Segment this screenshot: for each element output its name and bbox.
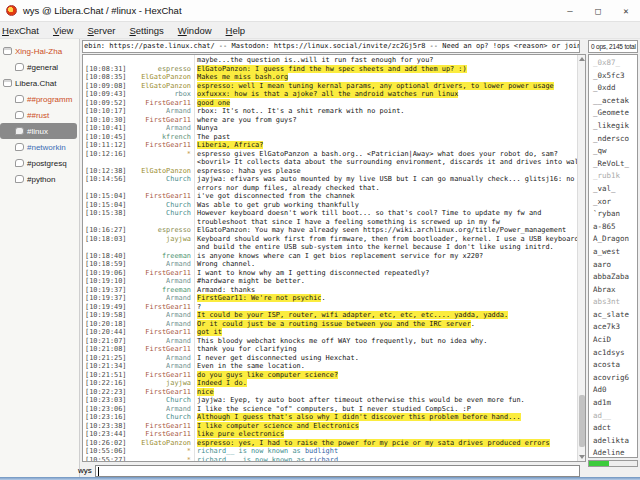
nick[interactable]: ElGatoPanzon <box>127 82 191 91</box>
nick[interactable]: ElGatoPanzon <box>127 439 191 448</box>
nick-item[interactable]: adct <box>589 422 637 435</box>
nick[interactable]: espresso <box>127 65 191 74</box>
nick[interactable]: FirstGear11 <box>127 99 191 108</box>
nick[interactable]: Armand <box>127 320 191 329</box>
tree-item-libera-chat[interactable]: Libera.Chat <box>0 75 79 91</box>
nick[interactable]: FirstGear11 <box>127 345 191 354</box>
menu-settings[interactable]: Settings <box>129 25 163 36</box>
tree-item--linux[interactable]: #linux <box>0 123 77 139</box>
nick[interactable]: ElGatoPanzon <box>127 73 191 82</box>
nick-item[interactable]: _qw <box>589 145 637 158</box>
nick-item[interactable]: ad__ <box>589 410 637 423</box>
nick-item[interactable]: AciD <box>589 334 637 347</box>
nick[interactable]: Armand <box>127 362 191 371</box>
maximize-button[interactable]: □ <box>584 0 612 22</box>
topic-input[interactable]: ebin: https://paste.linux.chat/ -- Masto… <box>82 40 580 53</box>
nick-item[interactable]: _ndersco <box>589 133 637 146</box>
nick[interactable]: rbox <box>127 90 191 99</box>
nick[interactable]: FirstGear11 <box>127 303 191 312</box>
nick-item[interactable]: a-865 <box>589 221 637 234</box>
tree-item--rust[interactable]: ##rust <box>0 107 79 123</box>
nick-item[interactable]: ace7k3 <box>589 321 637 334</box>
nick-item[interactable]: Abrax <box>589 284 637 297</box>
nick-item[interactable]: _0x87_ <box>589 57 637 70</box>
nick[interactable]: ElGatoPanzon <box>127 167 191 176</box>
nick-item[interactable]: _rub1k <box>589 170 637 183</box>
nick[interactable]: Armand <box>127 354 191 363</box>
nick[interactable]: FirstGear11 <box>127 141 191 150</box>
tree-item--python[interactable]: #python <box>0 171 79 187</box>
nick[interactable]: jayjwa <box>127 379 191 388</box>
chat-text-area[interactable]: maybe...the question is..will it run fas… <box>82 54 586 462</box>
menu-server[interactable]: Server <box>87 25 115 36</box>
nick[interactable]: Armand <box>127 405 191 414</box>
nick[interactable]: Armand <box>127 294 191 303</box>
nick[interactable]: Armand <box>127 311 191 320</box>
nick-item[interactable]: _ReVoLt_ <box>589 158 637 171</box>
nick-item[interactable]: _0xdd <box>589 82 637 95</box>
scroll-up-arrow-icon[interactable] <box>579 57 585 61</box>
nick-item[interactable]: _val_ <box>589 183 637 196</box>
nick[interactable]: FirstGear11 <box>127 422 191 431</box>
nick[interactable]: Armand <box>127 337 191 346</box>
nick[interactable]: FirstGear11 <box>127 269 191 278</box>
nick-item[interactable]: aaro <box>589 259 637 272</box>
nick-item[interactable]: ac_slate <box>589 309 637 322</box>
tree-item--programm[interactable]: ##programm <box>0 91 79 107</box>
nick[interactable]: freeman <box>127 286 191 295</box>
nick-item[interactable]: a_west <box>589 246 637 259</box>
nick[interactable]: FirstGear11 <box>127 192 191 201</box>
nick-item[interactable]: ac1dsys <box>589 347 637 360</box>
menu-window[interactable]: Window <box>178 25 212 36</box>
message-input[interactable] <box>95 465 580 477</box>
nick-link[interactable]: budlight <box>305 447 338 455</box>
own-nick-label[interactable]: wys <box>78 465 92 477</box>
nick-item[interactable]: Ad0 <box>589 384 637 397</box>
nick[interactable]: Church <box>127 201 191 210</box>
nick[interactable]: FirstGear11 <box>127 116 191 125</box>
nick-item[interactable]: acovrig6 <box>589 372 637 385</box>
minimize-button[interactable]: — <box>556 0 584 22</box>
nick[interactable]: FirstGear11 <box>127 388 191 397</box>
nick-item[interactable]: Adeline <box>589 447 637 458</box>
nick-item[interactable]: _xor <box>589 196 637 209</box>
menu-help[interactable]: Help <box>226 25 246 36</box>
nick[interactable]: FirstGear11 <box>127 328 191 337</box>
menu-view[interactable]: View <box>53 25 73 36</box>
chat-scrollbar[interactable] <box>577 55 585 461</box>
nick-item[interactable]: __acetak <box>589 95 637 108</box>
close-button[interactable]: ✕ <box>612 0 640 22</box>
scroll-down-arrow-icon[interactable] <box>579 455 585 459</box>
nick-item[interactable]: ad1m <box>589 397 637 410</box>
tree-item--general[interactable]: #general <box>0 59 79 75</box>
nick[interactable]: Armand <box>127 107 191 116</box>
nick[interactable]: Armand <box>127 277 191 286</box>
nick-item[interactable]: _likegik <box>589 120 637 133</box>
nick-list[interactable]: _0x87__0x5fc3_0xdd__acetak_Geomete_likeg… <box>588 54 638 458</box>
tree-item-xing-hai-zha[interactable]: Xing-Hai-Zha <box>0 43 79 59</box>
nick[interactable]: espresso <box>127 226 191 235</box>
nick[interactable]: Armand <box>127 124 191 133</box>
nick-item[interactable]: acosta <box>589 359 637 372</box>
nick[interactable]: kfrench <box>127 133 191 142</box>
nick[interactable]: FirstGear11 <box>127 371 191 380</box>
nick-item[interactable]: abbaZaba <box>589 271 637 284</box>
nick-item[interactable]: _Geomete <box>589 107 637 120</box>
nick[interactable]: jayjwa <box>127 235 191 244</box>
menu-hexchat[interactable]: HexChat <box>2 25 39 36</box>
nick-link[interactable]: richard_ <box>309 456 342 463</box>
tree-item--networkin[interactable]: #networkin <box>0 139 79 155</box>
nick[interactable]: Church <box>127 209 191 218</box>
tree-item--postgresq[interactable]: #postgresq <box>0 155 79 171</box>
nick-item[interactable]: _0x5fc3 <box>589 70 637 83</box>
nick-item[interactable]: abs3nt <box>589 296 637 309</box>
nick[interactable]: Armand <box>127 260 191 269</box>
nick[interactable]: Church <box>127 396 191 405</box>
nick[interactable]: FirstGear11 <box>127 430 191 439</box>
scrollbar-thumb[interactable] <box>579 395 585 447</box>
nick[interactable]: Church <box>127 413 191 422</box>
nick-item[interactable]: A_Dragon <box>589 233 637 246</box>
nick[interactable]: freeman <box>127 252 191 261</box>
nick[interactable]: Church <box>127 175 191 184</box>
nick-item[interactable]: `ryban <box>589 208 637 221</box>
